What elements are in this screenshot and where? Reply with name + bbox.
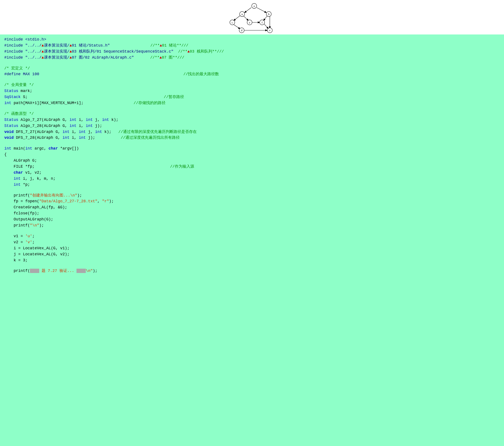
svg-line-2 <box>234 16 240 20</box>
code-global2: SqStack S; //暂存路径 <box>4 94 500 100</box>
code-global1: Status mark; <box>4 88 500 94</box>
code-printf1: printf("创建并输出有向图...\n"); <box>4 193 500 199</box>
code-v2: v2 = 'v'; <box>4 239 500 245</box>
code-output: OutputALGraph(G); <box>4 216 500 223</box>
svg-line-0 <box>245 8 251 13</box>
code-var-intp: int *p; <box>4 182 500 188</box>
code-line-include4: #include "../../▲课本算法实现/▲07 图/02 ALGraph… <box>4 55 500 61</box>
code-k: k = 3; <box>4 257 500 264</box>
code-line-include3: #include "../../▲课本算法实现/▲03 栈和队列/01 Sequ… <box>4 49 500 55</box>
code-main-sig: int main(int argc, char *argv[]) <box>4 146 500 152</box>
code-fclose: fclose(fp); <box>4 211 500 216</box>
svg-text:v: v <box>269 29 271 32</box>
code-define: #define MAX 100 //找出的最大路径数 <box>4 71 500 77</box>
svg-text:a: a <box>253 4 255 8</box>
svg-text:d: d <box>241 29 242 32</box>
code-locate-i: i = LocateVex_AL(G, v1); <box>4 245 500 251</box>
code-global3: int path[MAX+1][MAX_VERTEX_NUM+1]; //存储找… <box>4 100 500 106</box>
code-var-char: char v1, v2; <box>4 170 500 176</box>
svg-line-1 <box>257 8 266 13</box>
code-proto3: void DFS_7_27(ALGraph G, int i, int j, i… <box>4 129 500 135</box>
code-comment-macro: /* 宏定义 */ <box>4 66 500 71</box>
code-line-include2: #include "../../▲课本算法实现/▲01 绪论/Status.h"… <box>4 43 500 49</box>
code-fopen: fp = fopen("Data/Algo_7_27-7_28.txt", "r… <box>4 198 500 204</box>
svg-text:c: c <box>232 21 233 24</box>
graph-diagram: a u b c e f d v <box>222 2 282 35</box>
code-var-fp: FILE *fp; //作为输入源 <box>4 164 500 170</box>
code-locate-j: j = LocateVex_AL(G, v2); <box>4 251 500 257</box>
svg-line-3 <box>243 16 248 20</box>
code-proto2: Status Algo_7_28(ALGraph G, int i, int j… <box>4 123 500 129</box>
code-printf2: printf("\n"); <box>4 223 500 229</box>
code-create: CreateGraph_AL(fp, &G); <box>4 204 500 211</box>
graph-section: a u b c e f d v <box>0 0 504 35</box>
code-printf3: printf(████ 题 7.27 验证... ████\n"); <box>4 268 500 274</box>
code-var-int: int i, j, k, m, n; <box>4 176 500 182</box>
code-open-brace: { <box>4 152 500 158</box>
svg-line-4 <box>264 16 267 20</box>
code-comment-proto: /* 函数原型 */ <box>4 111 500 117</box>
code-proto4: void DFS_7_28(ALGraph G, int i, int j); … <box>4 135 500 141</box>
svg-text:u: u <box>241 13 243 16</box>
code-comment-global: /* 全局变量 */ <box>4 82 500 88</box>
svg-text:b: b <box>268 13 269 16</box>
svg-line-6 <box>233 24 240 29</box>
code-var-g: ALGraph G; <box>4 158 500 164</box>
code-line-include1: #include <stdio.h> <box>4 37 500 43</box>
svg-line-8 <box>264 24 268 29</box>
code-proto1: Status Algo_7_27(ALGraph G, int i, int j… <box>4 117 500 123</box>
code-v1: v1 = 'u'; <box>4 233 500 239</box>
svg-text:e: e <box>249 21 250 24</box>
code-section: #include <stdio.h> #include "../../▲课本算法… <box>0 35 504 446</box>
